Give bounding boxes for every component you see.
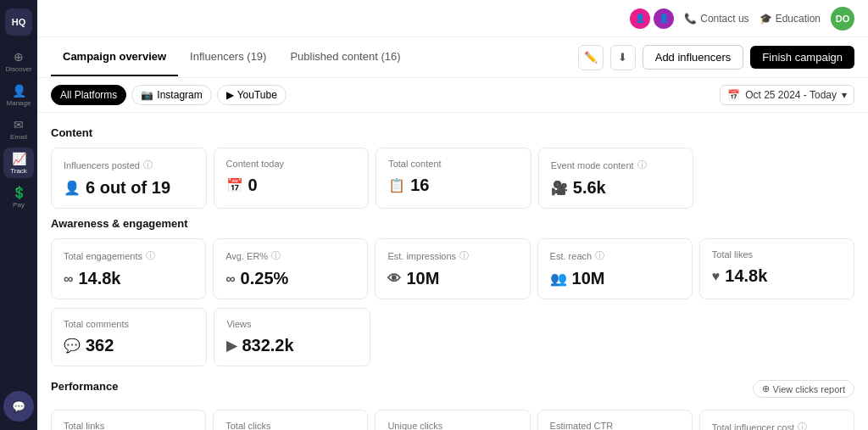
stat-label: Est. impressions ⓘ	[387, 249, 517, 262]
sidebar-item-email[interactable]: ✉ Email	[3, 114, 34, 144]
engagement-icon: ∞	[225, 271, 235, 287]
info-icon[interactable]: ⓘ	[271, 249, 281, 262]
stat-label: Avg. ER% ⓘ	[225, 249, 355, 262]
stat-views: Views ▶ 832.2k	[214, 308, 370, 366]
stat-placeholder	[538, 308, 693, 366]
sidebar-item-manage[interactable]: 👤 Manage	[3, 80, 34, 110]
stat-value: 👤 6 out of 19	[64, 178, 194, 198]
stat-placeholder	[700, 148, 854, 209]
track-icon: 📈	[12, 152, 26, 165]
tab-influencers[interactable]: Influencers (19)	[178, 38, 278, 76]
reach-icon: 👥	[550, 271, 567, 287]
main-tabs: Campaign overview Influencers (19) Publi…	[51, 38, 578, 76]
content-area: Content Influencers posted ⓘ 👤 6 out of …	[37, 113, 868, 430]
page-header: Campaign overview Influencers (19) Publi…	[37, 37, 868, 78]
tab-campaign-overview[interactable]: Campaign overview	[51, 38, 178, 76]
stat-total-influencer-cost: Total influencer cost ⓘ $ USD 1,232 ✏	[699, 410, 854, 430]
stat-label: Event mode content ⓘ	[551, 159, 682, 171]
stat-value: ∞ 14.8k	[64, 269, 193, 288]
stat-value: ♥ 14.8k	[712, 266, 842, 286]
comment-icon: 💬	[64, 338, 81, 354]
sidebar-item-discover[interactable]: ⊕ Discover	[3, 46, 34, 76]
discover-icon: ⊕	[14, 50, 24, 64]
edit-button[interactable]: ✏️	[578, 45, 604, 70]
performance-section: Performance ⊕ View clicks report Total l…	[51, 377, 854, 430]
stat-placeholder	[700, 308, 854, 366]
main-content: 👤 👤 📞 Contact us 🎓 Education DO Campaign…	[37, 0, 868, 430]
stat-value: 📅 0	[226, 176, 357, 195]
youtube-icon: ▶	[226, 89, 234, 101]
stat-value: ▶ 832.2k	[226, 336, 357, 355]
stat-label: Total engagements ⓘ	[64, 249, 193, 262]
stat-event-mode-content: Event mode content ⓘ 🎥 5.6k	[538, 148, 694, 209]
user-avatar[interactable]: DO	[831, 7, 854, 31]
finish-campaign-button[interactable]: Finish campaign	[750, 46, 854, 69]
app-logo[interactable]: HQ	[5, 8, 32, 36]
content-icon: 📋	[388, 177, 405, 193]
download-button[interactable]: ⬇	[610, 45, 636, 70]
stat-estimated-ctr: Estimated CTR 0%	[537, 410, 693, 430]
stat-value: 📋 16	[388, 176, 519, 195]
stat-value: 👥 10M	[550, 269, 680, 288]
avatar-1: 👤	[630, 8, 650, 29]
stat-total-content: Total content 📋 16	[376, 148, 531, 209]
clicks-icon: ⊕	[762, 383, 770, 394]
manage-icon: 👤	[12, 84, 26, 98]
info-icon[interactable]: ⓘ	[146, 249, 155, 262]
awareness-stats-row2: Total comments 💬 362 Views ▶ 832.2k	[51, 308, 854, 366]
stat-unique-clicks: Unique clicks 🔍 22	[375, 410, 530, 430]
sidebar-item-label: Email	[10, 133, 27, 141]
instagram-icon: 📷	[141, 89, 153, 101]
play-icon: ▶	[226, 338, 236, 354]
education-link[interactable]: 🎓 Education	[760, 13, 821, 25]
stat-label: Total comments	[64, 319, 194, 329]
chevron-down-icon: ▾	[842, 89, 847, 101]
sidebar: HQ ⊕ Discover 👤 Manage ✉ Email 📈 Track 💲…	[0, 0, 37, 430]
stat-value: ∞ 0.25%	[225, 269, 355, 288]
chat-button[interactable]: 💬	[3, 391, 34, 422]
chat-icon: 💬	[12, 400, 25, 413]
filter-instagram[interactable]: 📷 Instagram	[131, 85, 211, 105]
education-icon: 🎓	[760, 13, 772, 25]
pay-icon: 💲	[12, 186, 26, 199]
performance-header-row: Performance ⊕ View clicks report	[51, 377, 854, 401]
content-stats-grid: Influencers posted ⓘ 👤 6 out of 19 Conte…	[51, 148, 854, 209]
info-icon[interactable]: ⓘ	[637, 159, 647, 171]
heart-icon: ♥	[712, 269, 721, 284]
stat-total-comments: Total comments 💬 362	[51, 308, 207, 366]
stat-label: Unique clicks	[387, 421, 517, 430]
sidebar-item-track[interactable]: 📈 Track	[3, 148, 34, 178]
stat-label: Total likes	[712, 249, 842, 260]
stat-value: 🎥 5.6k	[551, 178, 682, 198]
awareness-stats-row1: Total engagements ⓘ ∞ 14.8k Avg. ER% ⓘ ∞	[51, 238, 854, 299]
info-icon[interactable]: ⓘ	[595, 249, 604, 262]
add-influencers-button[interactable]: Add influencers	[643, 45, 744, 70]
header-actions: ✏️ ⬇ Add influencers Finish campaign	[578, 45, 854, 70]
awareness-section-title: Awareness & engagement	[51, 217, 854, 230]
info-icon[interactable]: ⓘ	[459, 249, 469, 262]
contact-us-link[interactable]: 📞 Contact us	[684, 13, 748, 25]
stat-label: Total content	[388, 159, 519, 169]
stat-influencers-posted: Influencers posted ⓘ 👤 6 out of 19	[51, 148, 207, 209]
info-icon[interactable]: ⓘ	[798, 421, 807, 430]
filter-all-platforms[interactable]: All Platforms	[51, 85, 126, 105]
calendar-icon: 📅	[727, 89, 740, 101]
avatar-2: 👤	[654, 8, 674, 29]
stat-label: Total links	[64, 421, 193, 430]
stat-label: Content today	[226, 159, 357, 169]
stat-label: Influencers posted ⓘ	[64, 159, 194, 171]
performance-section-title: Performance	[51, 380, 118, 393]
filter-youtube[interactable]: ▶ YouTube	[217, 85, 287, 105]
tab-published-content[interactable]: Published content (16)	[278, 38, 412, 76]
stat-label: Est. reach ⓘ	[550, 249, 680, 262]
sidebar-item-pay[interactable]: 💲 Pay	[3, 181, 34, 212]
view-clicks-report-button[interactable]: ⊕ View clicks report	[753, 380, 854, 398]
info-icon[interactable]: ⓘ	[143, 159, 153, 171]
stat-label: Total influencer cost ⓘ	[712, 421, 842, 430]
sidebar-item-label: Discover	[5, 65, 31, 73]
stat-total-likes: Total likes ♥ 14.8k	[699, 238, 854, 299]
content-section: Content Influencers posted ⓘ 👤 6 out of …	[51, 126, 854, 209]
date-range-picker[interactable]: 📅 Oct 25 2024 - Today ▾	[720, 85, 854, 105]
top-navigation: 👤 👤 📞 Contact us 🎓 Education DO	[37, 0, 868, 37]
sidebar-item-label: Manage	[7, 99, 31, 107]
